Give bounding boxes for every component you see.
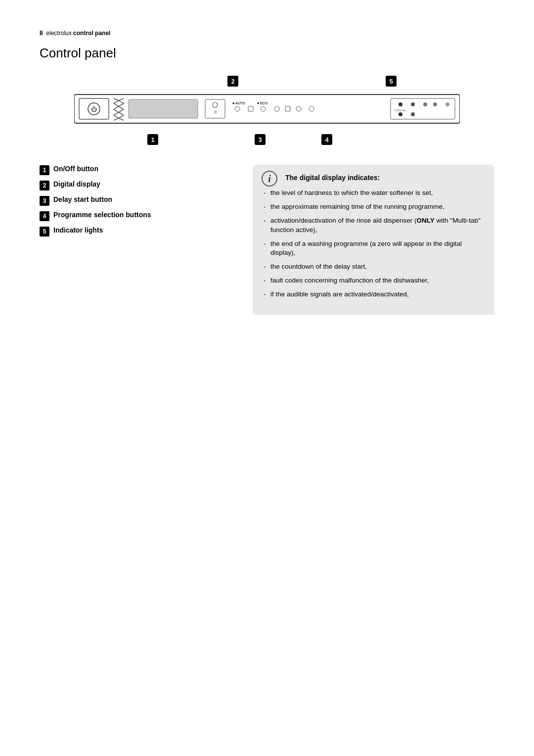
svg-rect-12	[248, 106, 253, 111]
svg-point-6	[213, 102, 218, 107]
info-item-7: if the audible signals are activated/dea…	[264, 290, 484, 299]
callout-1: 1	[147, 134, 158, 145]
brand-name: electrolux control panel	[46, 30, 110, 37]
info-item-1: the level of hardness to which the water…	[264, 189, 484, 198]
svg-text:⏻: ⏻	[91, 106, 97, 113]
badge-1: 1	[40, 165, 49, 175]
legend-item-4: 4 Programme selection buttons	[40, 211, 223, 221]
legend-item-3: 3 Delay start button	[40, 195, 223, 206]
callout-4: 4	[321, 134, 332, 145]
svg-point-22	[411, 112, 415, 116]
info-item-5: the countdown of the delay start,	[264, 262, 484, 272]
info-item-6: fault codes concerning malfunction of th…	[264, 276, 484, 285]
callout-5: 5	[386, 76, 397, 87]
section-name: control panel	[73, 30, 110, 37]
svg-point-23	[423, 102, 427, 106]
info-item-2: the approximate remaining time of the ru…	[264, 202, 484, 212]
legend-item-2: 2 Digital display	[40, 180, 223, 190]
svg-point-25	[445, 102, 449, 106]
svg-text:CANCEL: CANCEL	[395, 109, 407, 112]
control-panel-diagram: 2 5 ⏻ ⊙ ■ AUTO ■ ECO	[40, 76, 494, 145]
info-box-title: The digital display indicates:	[264, 174, 484, 182]
badge-5: 5	[40, 227, 49, 236]
info-item-3: activation/deactivation of the rinse aid…	[264, 216, 484, 235]
svg-text:■ ECO: ■ ECO	[257, 101, 268, 105]
page-number: 8	[40, 30, 43, 37]
badge-2: 2	[40, 181, 49, 190]
badge-4: 4	[40, 211, 49, 221]
svg-rect-4	[129, 99, 198, 118]
legend-row: 1 On/Off button 2 Digital display 3 Dela…	[40, 165, 494, 315]
page-title: Control panel	[40, 46, 494, 61]
legend-item-5: 5 Indicator lights	[40, 226, 223, 236]
badge-3: 3	[40, 196, 49, 206]
legend-left: 1 On/Off button 2 Digital display 3 Dela…	[40, 165, 223, 241]
svg-point-16	[296, 106, 301, 111]
callout-3: 3	[255, 134, 266, 145]
label-delay-start: Delay start button	[53, 195, 112, 203]
svg-rect-15	[285, 106, 290, 111]
callout-2: 2	[227, 76, 238, 87]
svg-point-11	[235, 106, 240, 111]
svg-point-13	[261, 106, 266, 111]
svg-point-17	[309, 106, 314, 111]
svg-text:■ AUTO: ■ AUTO	[232, 101, 245, 105]
page-header: 8 electrolux control panel	[40, 30, 494, 37]
info-item-4: the end of a washing programme (a zero w…	[264, 239, 484, 258]
label-digital-display: Digital display	[53, 180, 100, 188]
label-on-off: On/Off button	[53, 165, 98, 173]
svg-point-20	[399, 112, 402, 116]
svg-point-24	[433, 102, 437, 106]
svg-point-14	[274, 106, 279, 111]
svg-point-21	[411, 102, 415, 106]
label-indicator-lights: Indicator lights	[53, 226, 103, 234]
info-box: i The digital display indicates: the lev…	[253, 165, 494, 315]
svg-text:⊙: ⊙	[214, 110, 217, 114]
svg-rect-10	[227, 99, 386, 118]
panel-wrapper: 2 5 ⏻ ⊙ ■ AUTO ■ ECO	[74, 76, 460, 145]
svg-point-19	[399, 102, 402, 106]
info-list: the level of hardness to which the water…	[264, 189, 484, 299]
label-programme-selection: Programme selection buttons	[53, 211, 151, 219]
only-emphasis: ONLY	[417, 217, 435, 224]
panel-illustration: ⏻ ⊙ ■ AUTO ■ ECO	[74, 90, 460, 129]
legend-item-1: 1 On/Off button	[40, 165, 223, 175]
info-icon: i	[262, 171, 277, 187]
